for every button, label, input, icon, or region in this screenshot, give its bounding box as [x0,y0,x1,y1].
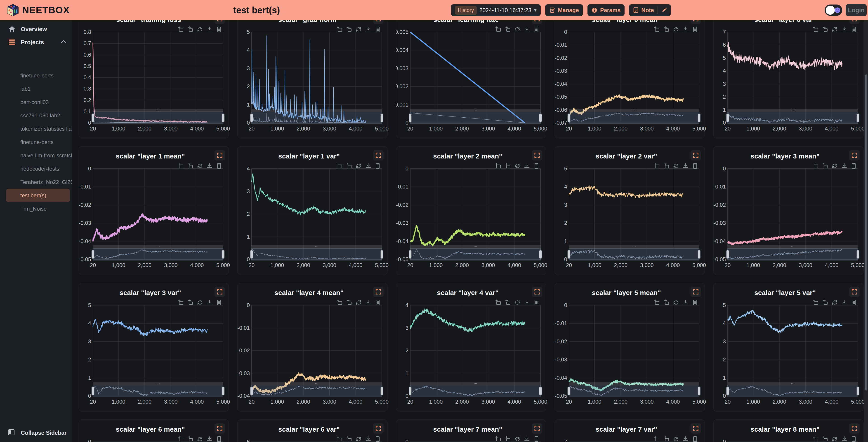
box-zoom-icon[interactable] [178,436,184,442]
datazoom-slider[interactable] [93,112,223,124]
box-zoom-icon[interactable] [495,163,502,169]
chart-plot[interactable]: ⋯ [714,20,864,139]
box-zoom-icon[interactable] [813,26,819,33]
restore-icon[interactable] [832,299,838,306]
zoom-reset-icon[interactable] [663,163,670,169]
restore-icon[interactable] [197,436,203,442]
chart-plot[interactable]: ⋯ [396,20,546,139]
datazoom-handle[interactable] [726,113,729,122]
restore-icon[interactable] [832,436,838,442]
data-view-icon[interactable] [850,163,857,169]
save-image-icon[interactable] [841,299,847,306]
datazoom-handle[interactable] [857,387,859,395]
data-view-icon[interactable] [216,436,222,442]
zoom-reset-icon[interactable] [663,436,670,442]
restore-icon[interactable] [514,163,521,169]
zoom-reset-icon[interactable] [663,26,670,33]
theme-toggle[interactable] [825,4,842,16]
box-zoom-icon[interactable] [813,299,819,306]
zoom-reset-icon[interactable] [505,163,511,169]
datazoom-handle[interactable] [567,113,570,122]
zoom-reset-icon[interactable] [822,299,829,306]
datazoom-handle[interactable] [380,113,383,122]
sidebar-project-item[interactable]: hedecoder-tests [0,162,72,175]
zoom-reset-icon[interactable] [187,436,194,442]
box-zoom-icon[interactable] [495,299,502,306]
sidebar-project-item[interactable]: bert-conll03 [0,96,72,109]
box-zoom-icon[interactable] [654,299,660,306]
data-view-icon[interactable] [692,26,698,33]
save-image-icon[interactable] [206,26,213,33]
restore-icon[interactable] [355,26,362,33]
params-button[interactable]: Params [587,4,625,16]
datazoom-slider[interactable] [569,112,699,124]
restore-icon[interactable] [355,436,362,442]
datazoom-slider[interactable] [410,385,540,397]
vertical-scrollbar[interactable] [864,20,868,442]
restore-icon[interactable] [355,163,362,169]
datazoom-handle[interactable] [380,250,383,259]
history-dropdown[interactable]: History 2024-11-10 16:37:23 ▾ [451,4,541,16]
datazoom-slider[interactable] [93,385,223,397]
save-image-icon[interactable] [841,26,847,33]
data-view-icon[interactable] [216,26,222,33]
box-zoom-icon[interactable] [654,26,660,33]
datazoom-slider[interactable] [727,112,858,124]
datazoom-handle[interactable] [698,113,701,122]
datazoom-handle[interactable] [409,113,412,122]
collapse-sidebar-button[interactable]: Collapse Sidebar [0,426,72,439]
data-view-icon[interactable] [533,26,539,33]
datazoom-handle[interactable] [92,113,94,122]
box-zoom-icon[interactable] [337,163,343,169]
zoom-reset-icon[interactable] [822,26,829,33]
datazoom-handle[interactable] [222,113,224,122]
restore-icon[interactable] [197,163,203,169]
manage-button[interactable]: Manage [545,4,583,16]
datazoom-handle[interactable] [857,113,859,122]
data-view-icon[interactable] [375,26,381,33]
chevron-up-icon[interactable] [61,40,66,44]
save-image-icon[interactable] [206,163,213,169]
zoom-reset-icon[interactable] [663,299,670,306]
restore-icon[interactable] [832,163,838,169]
box-zoom-icon[interactable] [495,436,502,442]
save-image-icon[interactable] [365,299,371,306]
zoom-reset-icon[interactable] [187,299,194,306]
zoom-reset-icon[interactable] [505,436,511,442]
save-image-icon[interactable] [524,436,530,442]
save-image-icon[interactable] [524,299,530,306]
data-view-icon[interactable] [692,299,698,306]
chart-plot[interactable]: ⋯ [238,20,388,139]
datazoom-handle[interactable] [539,113,542,122]
datazoom-handle[interactable] [250,113,253,122]
login-button[interactable]: Login [846,4,867,16]
box-zoom-icon[interactable] [654,436,660,442]
data-view-icon[interactable] [216,163,222,169]
zoom-reset-icon[interactable] [505,26,511,33]
save-image-icon[interactable] [524,163,530,169]
datazoom-handle[interactable] [567,250,570,259]
save-image-icon[interactable] [682,299,689,306]
datazoom-slider[interactable] [727,385,858,397]
zoom-reset-icon[interactable] [346,436,352,442]
data-view-icon[interactable] [533,163,539,169]
logo[interactable]: NEETBOX [7,4,70,16]
save-image-icon[interactable] [682,26,689,33]
sidebar-project-item[interactable]: Terahertz_No22_Gl261_gl... [0,175,72,189]
data-view-icon[interactable] [692,163,698,169]
datazoom-slider[interactable] [252,385,382,397]
zoom-reset-icon[interactable] [346,299,352,306]
box-zoom-icon[interactable] [813,436,819,442]
restore-icon[interactable] [673,299,679,306]
data-view-icon[interactable] [375,299,381,306]
save-image-icon[interactable] [206,436,213,442]
chart-plot[interactable]: ⋯ [555,20,705,139]
restore-icon[interactable] [197,299,203,306]
restore-icon[interactable] [514,26,521,33]
chart-plot[interactable]: ⋯ [79,20,229,139]
restore-icon[interactable] [355,299,362,306]
zoom-reset-icon[interactable] [822,436,829,442]
restore-icon[interactable] [514,436,521,442]
box-zoom-icon[interactable] [813,163,819,169]
sidebar-project-item[interactable]: Trm_Noise [0,202,72,215]
